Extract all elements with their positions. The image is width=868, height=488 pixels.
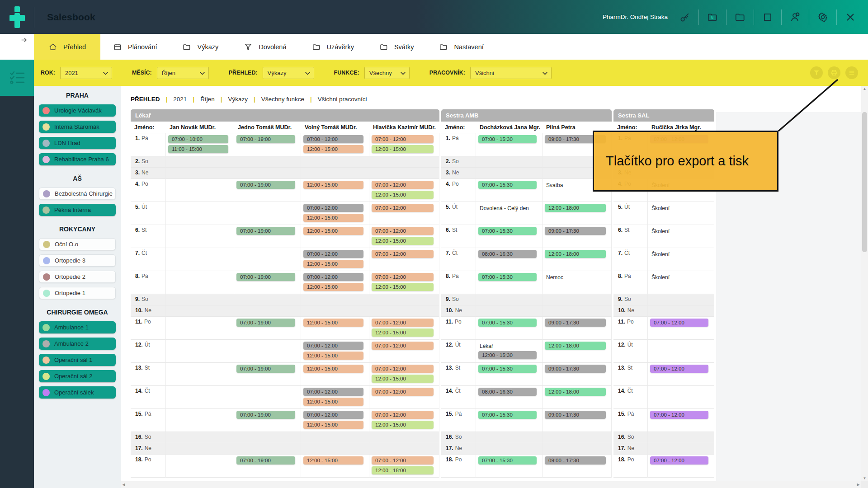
schedule-cell[interactable] [542,305,612,317]
shift-chip[interactable]: 07:00 - 15:30 [478,365,537,373]
horizontal-scrollbar[interactable]: ◀ ▶ [121,481,861,488]
shift-chip[interactable]: 07:00 - 19:00 [236,365,295,373]
shift-chip[interactable]: 12:00 - 15:00 [303,398,363,406]
schedule-cell[interactable] [648,294,714,305]
schedule-cell[interactable] [234,386,301,409]
schedule-cell[interactable]: 07:00 - 12:0012:00 - 15:00 [369,409,439,432]
schedule-cell[interactable] [369,432,439,443]
shift-chip[interactable]: 07:00 - 12:00 [372,135,434,143]
schedule-cell[interactable]: Dovolená - Celý den [476,202,542,225]
shift-chip[interactable]: 07:00 - 12:00 [303,135,363,143]
shift-chip[interactable]: 07:00 - 15:30 [478,135,537,143]
schedule-cell[interactable] [476,305,542,317]
shift-chip[interactable]: 07:00 - 12:00 [372,388,434,396]
filter-button[interactable] [810,66,823,79]
shift-chip[interactable]: 12:00 - 15:00 [372,283,434,291]
settings-gear-icon[interactable] [817,11,829,23]
schedule-cell[interactable] [166,363,234,386]
schedule-cell[interactable]: 07:00 - 19:00 [234,271,301,294]
schedule-cell[interactable]: Školení [648,271,714,294]
schedule-cell[interactable]: 09:00 - 17:30 [542,455,612,478]
schedule-cell[interactable] [476,432,542,443]
schedule-cell[interactable] [476,168,542,179]
schedule-cell[interactable] [301,443,369,455]
shift-chip[interactable]: 09:00 - 17:30 [545,456,606,465]
shift-chip[interactable]: 12:00 - 15:00 [372,237,434,245]
shift-chip[interactable]: 07:00 - 12:00 [372,411,434,419]
sidebar-item[interactable]: Rehabilitace Praha 6 [39,153,116,165]
schedule-cell[interactable]: 09:00 - 17:30 [542,317,612,340]
schedule-cell[interactable]: Školení [648,225,714,248]
schedule-cell[interactable]: 07:00 - 15:30 [476,271,542,294]
sidebar-item[interactable]: Operační sál 1 [39,354,116,366]
schedule-cell[interactable]: 08:00 - 16:30 [476,386,542,409]
shift-chip[interactable]: 12:00 - 15:00 [303,227,363,235]
schedule-cell[interactable]: 09:00 - 17:30 [542,409,612,432]
schedule-cell[interactable] [234,202,301,225]
shift-chip[interactable]: 07:00 - 19:00 [236,227,295,235]
tab-dovolená[interactable]: Dovolená [231,34,299,60]
tab-přehled[interactable]: Přehled [34,34,100,60]
schedule-cell[interactable]: 12:00 - 18:00 [542,340,612,363]
shift-chip[interactable]: 07:00 - 12:00 [650,365,708,373]
shift-chip[interactable]: 12:00 - 18:00 [545,342,606,350]
sidebar-item[interactable]: Ortopedie 3 [39,254,116,267]
sidebar-item[interactable]: Ambulance 1 [39,321,116,333]
schedule-cell[interactable]: 07:00 - 12:0012:00 - 15:00 [369,179,439,202]
schedule-cell[interactable]: 07:00 - 15:30 [476,179,542,202]
schedule-cell[interactable] [166,432,234,443]
filter-select-pehled[interactable]: Výkazy [263,67,314,79]
sidebar-item[interactable]: Operační sál 2 [39,370,116,382]
shift-chip[interactable]: 09:00 - 17:30 [545,227,606,235]
schedule-cell[interactable]: 07:00 - 12:00 [648,455,714,478]
schedule-cell[interactable] [301,156,369,168]
shift-chip[interactable]: 07:00 - 12:00 [372,204,434,212]
schedule-cell[interactable] [648,340,714,363]
tab-výkazy[interactable]: Výkazy [170,34,231,60]
schedule-cell[interactable] [648,443,714,455]
shift-chip[interactable]: 11:00 - 15:00 [168,145,228,153]
schedule-cell[interactable]: 07:00 - 12:0012:00 - 15:00 [301,133,369,156]
schedule-cell[interactable]: 12:00 - 18:00 [542,202,612,225]
shift-chip[interactable]: 07:00 - 12:00 [303,388,363,396]
shift-chip[interactable]: 12:00 - 18:00 [545,250,606,258]
shift-chip[interactable]: 12:00 - 15:00 [303,365,363,373]
shift-chip[interactable]: 08:00 - 16:30 [478,250,537,258]
schedule-cell[interactable] [166,225,234,248]
schedule-cell[interactable] [234,294,301,305]
schedule-cell[interactable]: 12:00 - 18:00 [542,386,612,409]
schedule-cell[interactable] [369,156,439,168]
schedule-cell[interactable] [301,168,369,179]
schedule-cell[interactable] [648,432,714,443]
shift-chip[interactable]: 12:00 - 15:00 [303,319,363,327]
shift-chip[interactable]: 07:00 - 12:00 [372,342,434,350]
schedule-cell[interactable]: 07:00 - 10:0011:00 - 15:00 [166,133,234,156]
schedule-cell[interactable]: Školení [648,202,714,225]
shift-chip[interactable]: 09:00 - 17:30 [545,365,606,373]
schedule-cell[interactable]: 07:00 - 12:00 [369,248,439,271]
shift-chip[interactable]: 12:00 - 15:00 [303,145,363,153]
schedule-cell[interactable]: 07:00 - 15:30 [476,409,542,432]
schedule-cell[interactable] [166,305,234,317]
folder-new-icon[interactable]: N [707,11,718,23]
shift-chip[interactable]: 12:00 - 15:00 [303,352,363,360]
schedule-cell[interactable] [648,305,714,317]
shift-chip[interactable]: 07:00 - 12:00 [372,456,434,465]
tab-svátky[interactable]: Svátky [367,34,427,60]
menu-button[interactable] [845,66,858,79]
sidebar-item[interactable]: Oční O.o [39,238,116,250]
scroll-up-icon[interactable]: ▲ [861,86,868,92]
shift-chip[interactable]: 07:00 - 12:00 [372,181,434,189]
schedule-cell[interactable] [166,156,234,168]
schedule-cell[interactable] [369,443,439,455]
sidebar-item[interactable]: Ortopedie 2 [39,271,116,283]
schedule-cell[interactable] [166,202,234,225]
schedule-cell[interactable]: 07:00 - 19:00 [234,455,301,478]
shift-chip[interactable]: 07:00 - 19:00 [236,411,295,419]
shift-chip[interactable]: 12:00 - 15:00 [303,283,363,291]
schedule-cell[interactable] [166,271,234,294]
schedule-cell[interactable]: Lékař12:00 - 15:30 [476,340,542,363]
schedule-cell[interactable]: 07:00 - 12:0012:00 - 18:00 [369,455,439,478]
shift-chip[interactable]: 07:00 - 12:00 [303,250,363,258]
schedule-cell[interactable] [166,317,234,340]
